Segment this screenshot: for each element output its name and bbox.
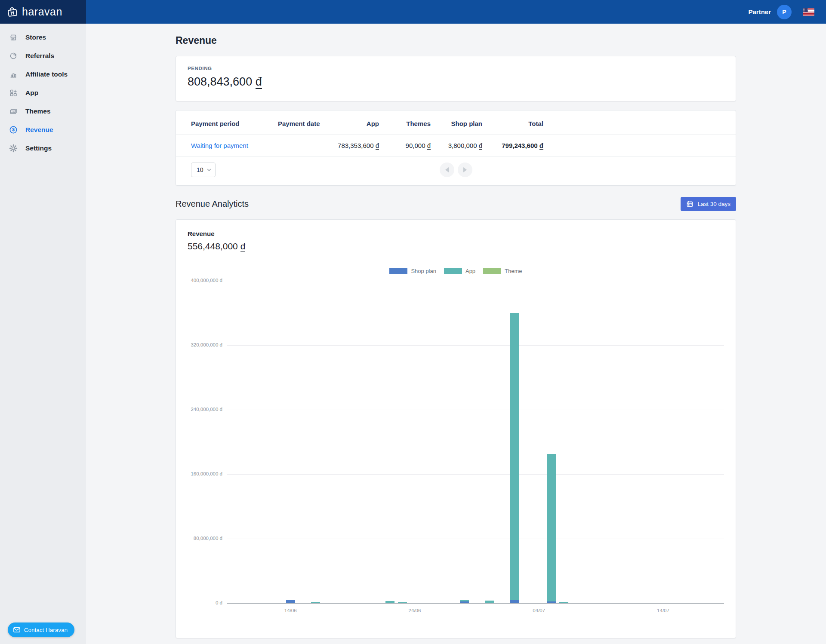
mail-icon bbox=[13, 626, 21, 634]
sidebar-item-referrals[interactable]: Referrals bbox=[0, 46, 86, 65]
pending-amount-value: 808,843,600 bbox=[188, 75, 252, 88]
total-amount-cell: 799,243,600 đ bbox=[482, 135, 543, 156]
legend-item-theme[interactable]: Theme bbox=[483, 268, 522, 274]
page-size-value: 10 bbox=[197, 166, 203, 173]
svg-text:$: $ bbox=[12, 127, 15, 132]
currency-symbol: đ bbox=[240, 241, 246, 251]
currency-symbol: đ bbox=[256, 75, 262, 89]
app-grid-icon bbox=[9, 89, 18, 97]
y-axis-tick: 240,000,000 đ bbox=[176, 407, 222, 412]
contact-haravan-button[interactable]: Contact Haravan bbox=[8, 623, 74, 637]
bar-stack bbox=[485, 601, 494, 603]
col-app: App bbox=[325, 110, 379, 135]
gridline bbox=[227, 345, 724, 346]
sidebar-item-label: App bbox=[25, 89, 38, 97]
currency-symbol: đ bbox=[427, 142, 431, 150]
pagination: 10 bbox=[176, 156, 736, 185]
app-swatch bbox=[444, 268, 462, 274]
bar-segment bbox=[510, 600, 519, 604]
bar-segment bbox=[385, 601, 395, 603]
chart-title: Revenue bbox=[176, 230, 736, 237]
col-shop-plan: Shop plan bbox=[431, 110, 482, 135]
sidebar: Stores Referrals Affiliate tools App The… bbox=[0, 24, 86, 644]
bar-segment bbox=[311, 602, 320, 603]
referral-icon bbox=[9, 52, 18, 60]
haravan-bag-icon bbox=[6, 6, 19, 18]
gridline bbox=[227, 281, 724, 281]
bar-stack bbox=[286, 600, 295, 603]
bar-segment bbox=[286, 600, 295, 603]
logo[interactable]: haravan bbox=[0, 0, 86, 24]
legend-item-shop-plan[interactable]: Shop plan bbox=[389, 268, 436, 274]
bar-stack bbox=[559, 602, 568, 603]
analytics-header: Revenue Analyticts Last 30 days bbox=[176, 197, 736, 211]
theme-icon bbox=[9, 107, 18, 116]
page-title: Revenue bbox=[176, 35, 736, 46]
sidebar-item-affiliate-tools[interactable]: Affiliate tools bbox=[0, 65, 86, 83]
sidebar-item-label: Revenue bbox=[25, 126, 53, 134]
col-payment-date: Payment date bbox=[278, 110, 325, 135]
gridline bbox=[227, 539, 724, 539]
page-size-select[interactable]: 10 bbox=[191, 163, 216, 177]
x-axis-tick: 14/07 bbox=[646, 608, 681, 613]
bar-segment bbox=[547, 454, 556, 601]
dollar-circle-icon: $ bbox=[9, 126, 18, 134]
topbar: haravan Partner P bbox=[0, 0, 826, 24]
theme-swatch bbox=[483, 268, 501, 274]
payments-table: Payment period Payment date App Themes S… bbox=[176, 110, 736, 156]
chart-plot: Shop plan App Theme 400,000,000 đ320,000… bbox=[176, 254, 736, 632]
us-flag-icon[interactable] bbox=[803, 8, 814, 16]
bar-segment bbox=[398, 602, 407, 603]
next-page-button[interactable] bbox=[458, 163, 472, 177]
bar-segment bbox=[547, 601, 556, 603]
y-axis-tick: 80,000,000 đ bbox=[176, 536, 222, 541]
bar-stack bbox=[547, 454, 556, 603]
y-axis-tick: 320,000,000 đ bbox=[176, 342, 222, 347]
app-amount-cell: 783,353,600 đ bbox=[325, 135, 379, 156]
y-axis-tick: 160,000,000 đ bbox=[176, 471, 222, 476]
sidebar-item-label: Stores bbox=[25, 34, 46, 41]
bar-stack bbox=[460, 600, 469, 603]
chart-total-amount: 556,448,000 đ bbox=[176, 241, 736, 251]
col-total: Total bbox=[482, 110, 543, 135]
sidebar-item-revenue[interactable]: $ Revenue bbox=[0, 120, 86, 139]
calendar-icon bbox=[686, 200, 693, 208]
sidebar-item-app[interactable]: App bbox=[0, 83, 86, 102]
currency-symbol: đ bbox=[539, 142, 543, 150]
legend-item-app[interactable]: App bbox=[444, 268, 475, 274]
sidebar-item-label: Affiliate tools bbox=[25, 71, 68, 78]
sidebar-item-label: Themes bbox=[25, 107, 51, 115]
currency-symbol: đ bbox=[479, 142, 482, 150]
arrow-right-icon bbox=[463, 167, 467, 172]
col-payment-period: Payment period bbox=[176, 110, 278, 135]
payment-period-link[interactable]: Waiting for payment bbox=[191, 142, 248, 149]
table-header-row: Payment period Payment date App Themes S… bbox=[176, 110, 736, 135]
payments-table-card: Payment period Payment date App Themes S… bbox=[176, 110, 736, 186]
bar-stack bbox=[510, 313, 519, 603]
sidebar-item-stores[interactable]: Stores bbox=[0, 28, 86, 46]
bar-segment bbox=[485, 601, 494, 603]
table-row: Waiting for payment 783,353,600 đ 90,000… bbox=[176, 135, 736, 156]
revenue-chart-card: Revenue 556,448,000 đ Shop plan App Them… bbox=[176, 219, 736, 638]
chart-legend: Shop plan App Theme bbox=[176, 268, 736, 274]
bar-segment bbox=[510, 313, 519, 600]
pending-card: PENDING 808,843,600 đ bbox=[176, 56, 736, 101]
avatar-initial: P bbox=[782, 9, 786, 15]
sidebar-item-label: Settings bbox=[25, 144, 52, 152]
store-icon bbox=[9, 33, 18, 42]
themes-amount-cell: 90,000 đ bbox=[379, 135, 431, 156]
y-axis-tick: 0 đ bbox=[176, 600, 222, 605]
analytics-section-title: Revenue Analyticts bbox=[176, 199, 249, 209]
date-range-button[interactable]: Last 30 days bbox=[681, 197, 736, 211]
pending-amount: 808,843,600 đ bbox=[188, 75, 724, 89]
x-axis-tick: 14/06 bbox=[273, 608, 308, 613]
main-content: Revenue PENDING 808,843,600 đ Payment pe… bbox=[86, 24, 826, 644]
prev-page-button[interactable] bbox=[440, 163, 454, 177]
bar-segment bbox=[559, 602, 568, 603]
pending-label: PENDING bbox=[188, 66, 724, 71]
x-axis-tick: 24/06 bbox=[398, 608, 432, 613]
sidebar-item-settings[interactable]: Settings bbox=[0, 139, 86, 157]
x-axis-tick: 04/07 bbox=[522, 608, 556, 613]
avatar[interactable]: P bbox=[777, 5, 792, 19]
sidebar-item-themes[interactable]: Themes bbox=[0, 102, 86, 120]
